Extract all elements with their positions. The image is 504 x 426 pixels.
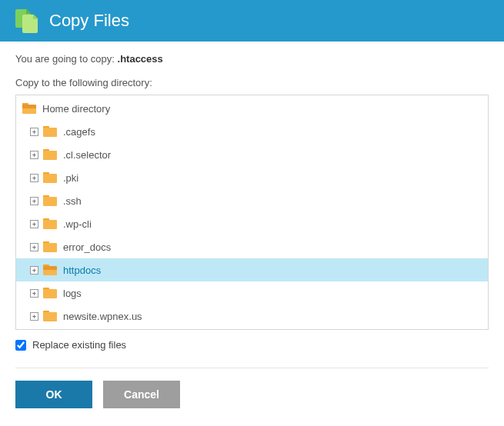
folder-icon: [43, 241, 57, 252]
replace-checkbox[interactable]: [15, 340, 26, 351]
tree-item--cagefs[interactable]: +.cagefs: [16, 120, 488, 143]
tree-root[interactable]: Home directory: [16, 97, 488, 120]
tree-item-httpdocs[interactable]: +httpdocs: [16, 258, 488, 281]
expand-icon[interactable]: +: [30, 243, 38, 251]
tree-item-label: .wp-cli: [63, 218, 92, 230]
tree-item-label: .cl.selector: [63, 149, 111, 161]
folder-icon: [43, 218, 57, 229]
folder-icon: [43, 149, 57, 160]
folder-icon: [43, 195, 57, 206]
tree-item--wp-cli[interactable]: +.wp-cli: [16, 212, 488, 235]
divider: [15, 368, 489, 368]
tree-item-label: httpdocs: [63, 265, 101, 276]
tree-item-newsite-wpnex-us[interactable]: +newsite.wpnex.us: [16, 305, 488, 328]
tree-item--pki[interactable]: +.pki: [16, 166, 488, 189]
tree-item-label: logs: [63, 288, 82, 299]
expand-icon[interactable]: +: [30, 289, 38, 298]
button-row: OK Cancel: [15, 381, 489, 408]
expand-icon[interactable]: +: [30, 197, 38, 205]
expand-icon[interactable]: +: [30, 220, 38, 228]
expand-icon[interactable]: +: [30, 174, 38, 182]
intro-prefix: You are going to copy:: [15, 53, 118, 65]
directory-tree: Home directory +.cagefs+.cl.selector+.pk…: [15, 95, 489, 330]
folder-icon: [43, 288, 57, 298]
tree-item-label: newsite.wpnex.us: [63, 311, 142, 322]
tree-root-label: Home directory: [42, 103, 110, 115]
tree-item--ssh[interactable]: +.ssh: [16, 189, 488, 212]
expand-icon[interactable]: +: [30, 151, 38, 159]
tree-item-label: .cagefs: [63, 126, 95, 138]
folder-icon: [43, 126, 57, 137]
intro-filename: .htaccess: [118, 53, 163, 65]
folder-icon: [43, 311, 57, 321]
dialog-title: Copy Files: [49, 11, 129, 31]
folder-open-icon: [43, 265, 57, 275]
tree-item-label: .ssh: [63, 195, 82, 207]
folder-icon: [43, 172, 57, 183]
tree-item-label: error_docs: [63, 241, 111, 253]
copy-files-icon: [15, 9, 38, 32]
ok-button[interactable]: OK: [15, 381, 92, 408]
cancel-button[interactable]: Cancel: [103, 381, 180, 408]
replace-label: Replace existing files: [32, 339, 126, 351]
directory-label: Copy to the following directory:: [15, 77, 489, 88]
copy-intro: You are going to copy: .htaccess: [15, 53, 489, 65]
expand-icon[interactable]: +: [30, 266, 38, 275]
dialog-header: Copy Files: [0, 0, 504, 42]
tree-item-logs[interactable]: +logs: [16, 281, 488, 305]
tree-item-error-docs[interactable]: +error_docs: [16, 235, 488, 258]
tree-item--cl-selector[interactable]: +.cl.selector: [16, 143, 488, 166]
tree-item-label: .pki: [63, 172, 78, 184]
replace-checkbox-row[interactable]: Replace existing files: [15, 339, 489, 351]
expand-icon[interactable]: +: [30, 128, 38, 136]
expand-icon[interactable]: +: [30, 312, 38, 321]
folder-open-icon: [22, 103, 36, 114]
